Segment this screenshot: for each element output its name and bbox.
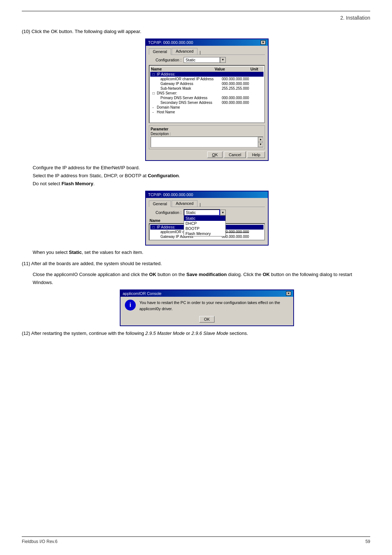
dialog1-col-unit: Unit	[250, 67, 258, 71]
tree-row-secondary-dns[interactable]: Secondary DNS Server Address 000.000.000…	[150, 100, 264, 105]
footer-left: Fieldbus I/O Rev.6	[22, 539, 57, 544]
step11-text: (11) After all the boards are added, the…	[22, 260, 370, 268]
dialog1-cancel-button[interactable]: Cancel	[224, 151, 246, 158]
parameter-desc-box[interactable]: ▲ ▼	[151, 137, 263, 147]
console-info-icon: i	[125, 300, 136, 311]
tree-row-ip-address[interactable]: □IP Address:	[150, 72, 264, 77]
console-titlebar: applicomIOR Console ✕	[121, 290, 293, 297]
tree-row-host-name[interactable]: -Host Name	[150, 110, 264, 114]
step12-description: After restarting the system, continue wi…	[31, 331, 248, 336]
step11-instruction: Close the applicomIO Console application…	[33, 271, 370, 287]
dialog1-col-value: Value	[215, 67, 250, 71]
dialog2-tab-advanced[interactable]: Advanced	[172, 200, 197, 207]
top-rule	[22, 11, 370, 11]
dialog1-help-button[interactable]: Help	[247, 151, 265, 158]
expand-icon-ip: □	[152, 72, 156, 76]
dialog1-config-row: Configuration : Static ▼	[149, 57, 265, 63]
step12-text: (12) After restarting the system, contin…	[22, 330, 370, 337]
dialog2-dropdown-arrow[interactable]: ▼	[220, 210, 226, 215]
tree-row-channel-ip[interactable]: applicomIOR channel IP Address 000.000.0…	[150, 77, 264, 81]
dialog2-titlebar: TCP/IP: 000.000.000.000	[146, 191, 268, 198]
expand-icon-domain: -	[152, 105, 156, 109]
dialog1-ok-button[interactable]: OK	[207, 151, 222, 158]
console-btn-row: OK	[121, 315, 293, 325]
page-header: 2. Installation	[22, 15, 370, 21]
step11-label: (11)	[22, 261, 30, 266]
step10-text: (10) Click the OK button. The following …	[22, 28, 370, 36]
dialog1-parameter-section: Parameter Description : ▲ ▼	[149, 125, 265, 149]
parameter-desc-label: Description :	[151, 132, 263, 136]
dialog2-expand-ip: □	[152, 225, 156, 229]
dialog1-config-label: Configuration :	[149, 58, 181, 62]
dialog2-config-dropdown[interactable]: Static ▼ Static DHCP BOOTP Flash Memory	[184, 209, 226, 216]
dialog2-tabs: General Advanced |	[149, 200, 265, 207]
dialog2-dropdown-list[interactable]: Static DHCP BOOTP Flash Memory	[184, 215, 226, 236]
scroll-up-btn[interactable]: ▲	[258, 137, 263, 142]
parameter-title: Parameter	[151, 127, 263, 131]
tcpip-dialog-2: TCP/IP: 000.000.000.000 General Advanced…	[145, 191, 269, 246]
dialog1-tabs: General Advanced |	[149, 48, 265, 55]
dropdown-option-static[interactable]: Static	[184, 216, 225, 221]
dialog2-config-label: Configuration :	[149, 210, 181, 215]
dialog1-tab-general[interactable]: General	[149, 48, 171, 55]
tree-row-dns-server[interactable]: □DNS Server:	[150, 91, 264, 96]
dialog1-tab-advanced[interactable]: Advanced	[172, 48, 197, 54]
dialog2-config-row: Configuration : Static ▼ Static DHCP BOO…	[149, 209, 265, 216]
dialog1-body: General Advanced | Configuration : Stati…	[146, 46, 268, 160]
console-ok-button[interactable]: OK	[199, 316, 215, 323]
instruction-configure-ip: Configure the IP address for the EtherNe…	[33, 164, 370, 188]
dropdown-option-bootp[interactable]: BOOTP	[184, 226, 225, 231]
tcpip-dialog-1: TCP/IP: 000.000.000.000 ✕ General Advanc…	[145, 39, 269, 161]
footer-right: 59	[366, 539, 370, 544]
dialog1-title: TCP/IP: 000.000.000.000	[148, 40, 193, 45]
dialog1-col-name: Name	[151, 67, 215, 71]
desc-scrollbar[interactable]: ▲ ▼	[258, 137, 263, 147]
console-title: applicomIOR Console	[123, 291, 162, 296]
page-header-title: 2. Installation	[340, 15, 371, 21]
console-body: i You have to restart the PC in order to…	[121, 297, 293, 315]
dialog2-title: TCP/IP: 000.000.000.000	[148, 193, 193, 197]
dialog1-tree-panel[interactable]: Name Value Unit □IP Address: applicomIOR…	[149, 65, 265, 123]
expand-icon-dns: □	[152, 91, 156, 95]
dialog1-dropdown-arrow[interactable]: ▼	[220, 57, 226, 63]
dropdown-option-flash[interactable]: Flash Memory	[184, 231, 225, 236]
dialog2-config-value[interactable]: Static	[184, 209, 220, 216]
tree-row-primary-dns[interactable]: Primary DNS Server Address 000.000.000.0…	[150, 96, 264, 100]
tree-row-gateway-ip[interactable]: Gateway IP Address 000.000.000.000	[150, 81, 264, 86]
dialog1-buttons: OK Cancel Help	[149, 151, 265, 158]
dialog1-titlebar: TCP/IP: 000.000.000.000 ✕	[146, 39, 268, 46]
step12-label: (12)	[22, 331, 30, 336]
tree-row-subnet[interactable]: Sub-Network Mask 255.255.255.000	[150, 86, 264, 91]
console-close-button[interactable]: ✕	[286, 291, 291, 296]
dialog2-body: General Advanced | Configuration : Stati…	[146, 198, 268, 245]
page-container: 2. Installation (10) Click the OK button…	[0, 0, 392, 555]
page-footer: Fieldbus I/O Rev.6 59	[22, 536, 370, 544]
scroll-down-btn[interactable]: ▼	[258, 142, 263, 147]
dropdown-option-dhcp[interactable]: DHCP	[184, 221, 225, 226]
expand-icon-host: -	[152, 110, 156, 114]
instruction-when-static: When you select Static, set the values f…	[33, 248, 370, 256]
dialog1-config-value[interactable]: Static	[184, 57, 220, 63]
dialog1-close-button[interactable]: ✕	[261, 40, 266, 45]
tree-row-domain-name[interactable]: -Domain Name	[150, 105, 264, 110]
console-message: You have to restart the PC in order to y…	[139, 300, 289, 312]
step10-description: Click the OK button. The following dialo…	[32, 29, 142, 34]
dialog2-col-value	[220, 218, 264, 223]
console-dialog: applicomIOR Console ✕ i You have to rest…	[120, 289, 294, 326]
dialog1-config-dropdown[interactable]: Static ▼	[184, 57, 226, 63]
step11-description: After all the boards are added, the syst…	[31, 261, 162, 266]
dialog1-tree-header: Name Value Unit	[150, 66, 264, 72]
step10-label: (10)	[22, 29, 30, 34]
dialog2-tab-general[interactable]: General	[149, 200, 171, 207]
